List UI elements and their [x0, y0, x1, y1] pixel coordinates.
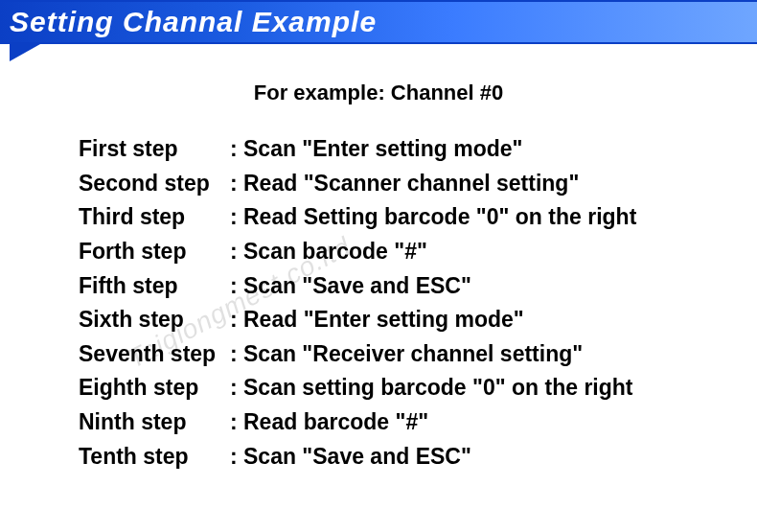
step-colon: : [230, 371, 243, 405]
step-text: Scan "Save and ESC" [243, 440, 757, 474]
step-row: Eighth step : Scan setting barcode "0" o… [79, 371, 757, 405]
step-row: Fifth step : Scan "Save and ESC" [79, 269, 757, 304]
step-colon: : [230, 405, 243, 440]
steps-list: First step : Scan "Enter setting mode" S… [0, 132, 757, 474]
step-label: Fifth step [79, 269, 230, 304]
step-row: Seventh step : Scan "Receiver channel se… [79, 337, 757, 372]
step-label: Third step [79, 200, 230, 235]
step-text: Read Setting barcode "0" on the right [243, 200, 757, 235]
step-colon: : [230, 303, 243, 337]
step-text: Scan "Enter setting mode" [243, 132, 757, 167]
step-text: Scan "Save and ESC" [243, 269, 757, 304]
step-label: First step [79, 132, 230, 167]
step-label: Eighth step [79, 371, 230, 405]
page-title: Setting Channal Example [10, 6, 377, 38]
step-text: Scan "Receiver channel setting" [243, 337, 757, 372]
step-text: Scan barcode "#" [243, 235, 757, 269]
step-text: Read "Scanner channel setting" [243, 167, 757, 201]
step-row: Forth step : Scan barcode "#" [79, 235, 757, 269]
step-colon: : [230, 167, 243, 201]
ribbon-tail [10, 44, 40, 61]
step-colon: : [230, 440, 243, 474]
step-colon: : [230, 132, 243, 167]
step-colon: : [230, 337, 243, 372]
step-label: Second step [79, 167, 230, 201]
step-label: Sixth step [79, 303, 230, 337]
step-row: Sixth step : Read "Enter setting mode" [79, 303, 757, 337]
step-row: Tenth step : Scan "Save and ESC" [79, 440, 757, 474]
step-text: Scan setting barcode "0" on the right [243, 371, 757, 405]
step-row: Third step : Read Setting barcode "0" on… [79, 200, 757, 235]
step-label: Tenth step [79, 440, 230, 474]
header-bar: Setting Channal Example [0, 0, 757, 44]
step-text: Read barcode "#" [243, 405, 757, 440]
subtitle: For example: Channel #0 [0, 81, 757, 105]
step-colon: : [230, 235, 243, 269]
step-row: Ninth step : Read barcode "#" [79, 405, 757, 440]
step-row: Second step : Read "Scanner channel sett… [79, 167, 757, 201]
step-row: First step : Scan "Enter setting mode" [79, 132, 757, 167]
step-colon: : [230, 200, 243, 235]
step-label: Forth step [79, 235, 230, 269]
step-label: Ninth step [79, 405, 230, 440]
step-colon: : [230, 269, 243, 304]
step-label: Seventh step [79, 337, 230, 372]
step-text: Read "Enter setting mode" [243, 303, 757, 337]
